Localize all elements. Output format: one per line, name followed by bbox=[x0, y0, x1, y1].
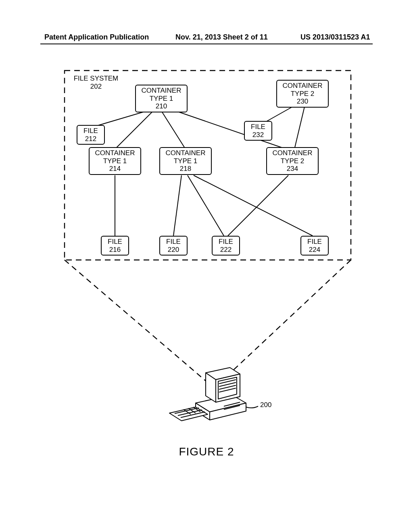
node-label-line2: TYPE 1 bbox=[92, 157, 138, 165]
node-ref: 210 bbox=[138, 102, 184, 110]
svg-line-2 bbox=[115, 111, 153, 149]
node-label: FILE bbox=[104, 238, 126, 246]
node-ref: 212 bbox=[80, 135, 102, 143]
node-label: CONTAINER bbox=[269, 149, 315, 157]
node-container-214: CONTAINER TYPE 1 214 bbox=[89, 147, 141, 175]
node-file-232: FILE 232 bbox=[244, 121, 272, 141]
node-label: FILE bbox=[215, 238, 237, 246]
node-ref: 234 bbox=[269, 165, 315, 173]
header-center: Nov. 21, 2013 Sheet 2 of 11 bbox=[175, 33, 268, 42]
node-container-210: CONTAINER TYPE 1 210 bbox=[135, 85, 188, 112]
node-label: CONTAINER bbox=[163, 149, 209, 157]
node-ref: 230 bbox=[280, 98, 325, 106]
computer-icon bbox=[169, 368, 258, 421]
node-label-line2: TYPE 2 bbox=[269, 157, 315, 165]
node-ref: 218 bbox=[163, 165, 209, 173]
node-ref: 202 bbox=[72, 83, 120, 91]
node-file-212: FILE 212 bbox=[77, 125, 105, 145]
node-file-220: FILE 220 bbox=[159, 236, 188, 256]
node-ref: 224 bbox=[304, 246, 325, 254]
node-label: CONTAINER bbox=[138, 87, 184, 95]
svg-line-6 bbox=[294, 107, 305, 149]
node-label: FILE bbox=[247, 123, 269, 131]
node-ref: 220 bbox=[163, 246, 184, 254]
computer-ref-label: 200 bbox=[260, 401, 271, 409]
svg-line-8 bbox=[173, 175, 181, 236]
svg-line-12 bbox=[65, 260, 206, 381]
svg-line-9 bbox=[188, 175, 224, 236]
header-right: US 2013/0311523 A1 bbox=[300, 33, 370, 42]
figure-diagram: FILE SYSTEM 202 CONTAINER TYPE 1 210 CON… bbox=[63, 69, 353, 431]
node-file-system: FILE SYSTEM 202 bbox=[70, 73, 122, 91]
svg-line-3 bbox=[161, 111, 186, 149]
node-ref: 214 bbox=[92, 165, 138, 173]
node-ref: 232 bbox=[247, 131, 269, 139]
figure-caption: FIGURE 2 bbox=[0, 445, 413, 458]
node-label-line2: TYPE 2 bbox=[280, 90, 325, 98]
node-label: FILE bbox=[163, 238, 184, 246]
node-label: CONTAINER bbox=[92, 149, 138, 157]
node-label: FILE bbox=[80, 127, 102, 135]
patent-figure-page: Patent Application Publication Nov. 21, … bbox=[0, 0, 413, 532]
header-left: Patent Application Publication bbox=[44, 33, 149, 42]
node-label: CONTAINER bbox=[280, 82, 325, 90]
node-ref: 216 bbox=[104, 246, 126, 254]
node-label: FILE SYSTEM bbox=[72, 75, 120, 83]
node-container-218: CONTAINER TYPE 1 218 bbox=[159, 147, 212, 175]
node-container-230: CONTAINER TYPE 2 230 bbox=[276, 80, 329, 108]
header-divider bbox=[40, 44, 373, 44]
node-file-222: FILE 222 bbox=[212, 236, 240, 256]
node-container-234: CONTAINER TYPE 2 234 bbox=[266, 147, 319, 175]
node-file-216: FILE 216 bbox=[101, 236, 129, 256]
node-ref: 222 bbox=[215, 246, 237, 254]
node-label: FILE bbox=[304, 238, 325, 246]
svg-line-13 bbox=[222, 260, 351, 381]
node-label-line2: TYPE 1 bbox=[138, 95, 184, 103]
svg-line-11 bbox=[228, 175, 288, 236]
node-file-224: FILE 224 bbox=[300, 236, 329, 256]
node-label-line2: TYPE 1 bbox=[163, 157, 209, 165]
svg-line-10 bbox=[194, 175, 313, 236]
